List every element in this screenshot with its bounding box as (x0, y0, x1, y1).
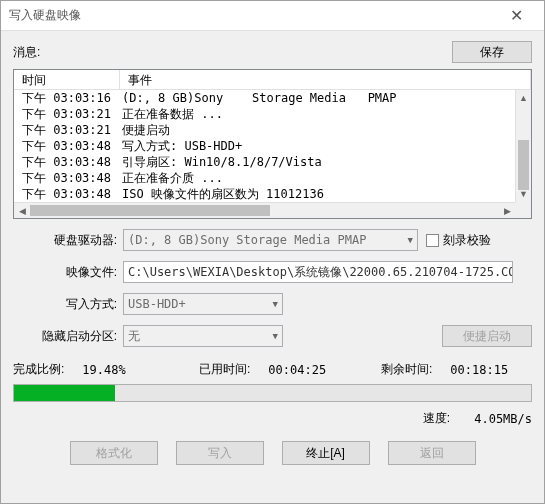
checkbox-icon (426, 234, 439, 247)
titlebar: 写入硬盘映像 ✕ (1, 1, 544, 31)
log-row[interactable]: 下午 03:03:48引导扇区: Win10/8.1/8/7/Vista (14, 154, 531, 170)
image-path-input[interactable]: C:\Users\WEXIA\Desktop\系统镜像\22000.65.210… (123, 261, 513, 283)
hide-partition-value: 无 (128, 328, 140, 345)
drive-combo[interactable]: (D:, 8 GB)Sony Storage Media PMAP ▼ (123, 229, 418, 251)
close-icon[interactable]: ✕ (496, 2, 536, 30)
chevron-down-icon: ▼ (273, 299, 278, 309)
log-row[interactable]: 下午 03:03:48ISO 映像文件的扇区数为 11012136 (14, 186, 531, 202)
log-row[interactable]: 下午 03:03:48写入方式: USB-HDD+ (14, 138, 531, 154)
column-time[interactable]: 时间 (14, 70, 120, 89)
log-body: 下午 03:03:16(D:, 8 GB)Sony Storage Media … (14, 90, 531, 218)
scroll-corner (515, 202, 531, 218)
hide-partition-label: 隐藏启动分区: (13, 328, 123, 345)
write-mode-label: 写入方式: (13, 296, 123, 313)
dialog-window: 写入硬盘映像 ✕ 消息: 保存 时间 事件 下午 03:03:16(D:, 8 … (0, 0, 545, 504)
image-label: 映像文件: (13, 264, 123, 281)
scroll-thumb-horizontal[interactable] (30, 205, 270, 216)
scroll-right-icon[interactable]: ▶ (499, 203, 515, 219)
pct-value: 19.48% (82, 363, 125, 377)
speed-value: 4.05MB/s (474, 412, 532, 426)
speed-label: 速度: (423, 410, 450, 427)
column-event[interactable]: 事件 (120, 70, 531, 89)
drive-label: 硬盘驱动器: (13, 232, 123, 249)
image-path-value: C:\Users\WEXIA\Desktop\系统镜像\22000.65.210… (128, 264, 513, 281)
elapsed-value: 00:04:25 (268, 363, 326, 377)
write-button: 写入 (176, 441, 264, 465)
log-row[interactable]: 下午 03:03:48正在准备介质 ... (14, 170, 531, 186)
progress-fill (14, 385, 115, 401)
verify-checkbox[interactable]: 刻录校验 (426, 232, 491, 249)
message-label: 消息: (13, 44, 40, 61)
content-area: 消息: 保存 时间 事件 下午 03:03:16(D:, 8 GB)Sony S… (1, 31, 544, 503)
log-row[interactable]: 下午 03:03:21便捷启动 (14, 122, 531, 138)
chevron-down-icon: ▼ (408, 235, 413, 245)
write-mode-combo[interactable]: USB-HDD+ ▼ (123, 293, 283, 315)
progress-bar (13, 384, 532, 402)
back-button: 返回 (388, 441, 476, 465)
elapsed-label: 已用时间: (199, 361, 250, 378)
scrollbar-vertical[interactable]: ▲ ▼ (515, 90, 531, 202)
remain-label: 剩余时间: (381, 361, 432, 378)
remain-value: 00:18:15 (450, 363, 508, 377)
scrollbar-horizontal[interactable]: ◀ ▶ (14, 202, 515, 218)
scroll-thumb-vertical[interactable] (518, 140, 529, 190)
write-mode-value: USB-HDD+ (128, 297, 186, 311)
log-header: 时间 事件 (14, 70, 531, 90)
log-listview[interactable]: 时间 事件 下午 03:03:16(D:, 8 GB)Sony Storage … (13, 69, 532, 219)
scroll-left-icon[interactable]: ◀ (14, 203, 30, 219)
chevron-down-icon: ▼ (273, 331, 278, 341)
format-button: 格式化 (70, 441, 158, 465)
drive-value: (D:, 8 GB)Sony Storage Media PMAP (128, 233, 366, 247)
pct-label: 完成比例: (13, 361, 64, 378)
scroll-down-icon[interactable]: ▼ (516, 186, 531, 202)
scroll-up-icon[interactable]: ▲ (516, 90, 531, 106)
save-button[interactable]: 保存 (452, 41, 532, 63)
hide-partition-combo[interactable]: 无 ▼ (123, 325, 283, 347)
window-title: 写入硬盘映像 (9, 7, 81, 24)
abort-button[interactable]: 终止[A] (282, 441, 370, 465)
verify-label: 刻录校验 (443, 232, 491, 249)
convenient-boot-button: 便捷启动 (442, 325, 532, 347)
log-row[interactable]: 下午 03:03:16(D:, 8 GB)Sony Storage Media … (14, 90, 531, 106)
log-row[interactable]: 下午 03:03:21正在准备数据 ... (14, 106, 531, 122)
